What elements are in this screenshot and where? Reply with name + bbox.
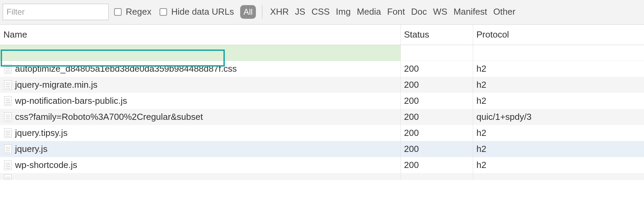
filter-input[interactable] xyxy=(3,4,109,20)
request-status: 200 xyxy=(400,125,473,141)
hide-data-urls-label: Hide data URLs xyxy=(171,6,234,17)
filter-type-ws[interactable]: WS xyxy=(432,6,449,18)
filter-type-img[interactable]: Img xyxy=(334,6,352,18)
filter-type-media[interactable]: Media xyxy=(355,6,382,18)
filter-type-font[interactable]: Font xyxy=(386,6,406,18)
file-icon xyxy=(4,96,12,106)
toolbar-divider xyxy=(262,5,262,19)
filter-type-js[interactable]: JS xyxy=(293,6,306,18)
request-name: jquery.tipsy.js xyxy=(15,128,68,138)
hide-data-urls-checkbox[interactable] xyxy=(160,8,167,16)
request-protocol: h2 xyxy=(473,141,644,157)
filter-type-other[interactable]: Other xyxy=(492,6,517,18)
filter-type-manifest[interactable]: Manifest xyxy=(452,6,488,18)
network-requests-table: Name Status Protocol autoptimize_d84805a… xyxy=(0,25,644,180)
network-toolbar: Regex Hide data URLs All XHR JS CSS Img … xyxy=(0,0,644,25)
column-header-name[interactable]: Name xyxy=(0,25,400,45)
table-row-partial xyxy=(0,45,644,61)
request-status: 200 xyxy=(400,77,473,93)
request-protocol: quic/1+spdy/3 xyxy=(473,109,644,125)
table-row[interactable]: autoptimize_d84805a1ebd38de0da359b984488… xyxy=(0,61,644,77)
column-header-protocol[interactable]: Protocol xyxy=(473,25,644,45)
file-icon xyxy=(4,64,12,74)
request-protocol: h2 xyxy=(473,157,644,173)
file-icon xyxy=(4,144,12,154)
file-icon xyxy=(4,128,12,138)
request-name: css?family=Roboto%3A700%2Cregular&subset xyxy=(15,112,203,122)
column-header-status[interactable]: Status xyxy=(400,25,473,45)
file-icon xyxy=(4,80,12,90)
table-row[interactable]: wp-notification-bars-public.js200h2 xyxy=(0,93,644,109)
request-name: jquery.js xyxy=(15,144,47,154)
table-row[interactable]: jquery.tipsy.js200h2 xyxy=(0,125,644,141)
table-row-partial xyxy=(0,173,644,180)
file-icon xyxy=(4,174,12,179)
table-row[interactable]: jquery.js200h2 xyxy=(0,141,644,157)
request-status: 200 xyxy=(400,141,473,157)
request-name: autoptimize_d84805a1ebd38de0da359b984488… xyxy=(15,64,237,74)
filter-type-css[interactable]: CSS xyxy=(310,6,331,18)
table-row[interactable]: wp-shortcode.js200h2 xyxy=(0,157,644,173)
request-protocol: h2 xyxy=(473,93,644,109)
table-header-row: Name Status Protocol xyxy=(0,25,644,45)
filter-type-doc[interactable]: Doc xyxy=(410,6,428,18)
request-status: 200 xyxy=(400,93,473,109)
file-icon xyxy=(4,112,12,122)
request-status: 200 xyxy=(400,61,473,77)
request-name: wp-notification-bars-public.js xyxy=(15,96,127,106)
filter-type-xhr[interactable]: XHR xyxy=(269,6,290,18)
request-protocol: h2 xyxy=(473,61,644,77)
request-status: 200 xyxy=(400,157,473,173)
file-icon xyxy=(4,160,12,170)
request-status: 200 xyxy=(400,109,473,125)
request-protocol: h2 xyxy=(473,77,644,93)
table-row[interactable]: jquery-migrate.min.js200h2 xyxy=(0,77,644,93)
request-protocol: h2 xyxy=(473,125,644,141)
filter-all-pill[interactable]: All xyxy=(240,5,256,19)
table-row[interactable]: css?family=Roboto%3A700%2Cregular&subset… xyxy=(0,109,644,125)
request-name: wp-shortcode.js xyxy=(15,160,77,170)
regex-checkbox[interactable] xyxy=(114,8,122,16)
regex-label: Regex xyxy=(126,6,151,17)
request-name: jquery-migrate.min.js xyxy=(15,80,97,90)
